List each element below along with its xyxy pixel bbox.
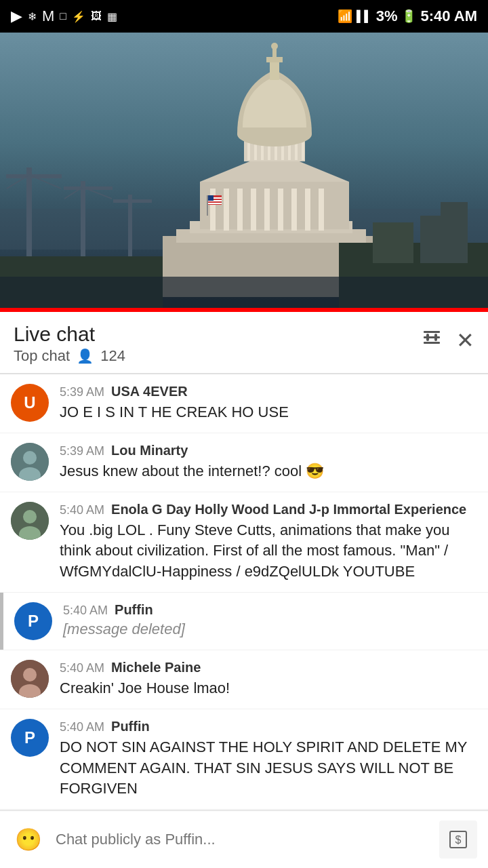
message-text: JO E I S IN T HE CREAK HO USE [60,402,474,423]
wifi-icon: 📶 [338,9,352,24]
svg-rect-23 [305,189,310,231]
grid-icon: ▦ [107,10,117,23]
svg-rect-22 [291,189,297,231]
chat-header-left: Live chat Top chat 👤 124 [14,323,125,365]
video-player[interactable] [0,33,488,308]
message-text: DO NOT SIN AGAINST THE HOLY SPIRIT AND D… [60,737,474,800]
chat-message-deleted: P 5:40 AM Puffin [message deleted] [0,593,488,650]
chat-input[interactable] [56,825,430,854]
message-text: Jesus knew about the internet!? cool 😎 [60,461,474,482]
message-meta: 5:40 AM Michele Paine [60,660,474,675]
message-time: 5:39 AM [60,385,104,399]
signal-icon: ▌▌ [357,10,372,22]
emoji-icon: 😶 [15,827,42,852]
message-text: Creakin' Joe House lmao! [60,678,474,699]
battery-icon: 🔋 [401,9,416,24]
message-meta: 5:39 AM USA 4EVER [60,384,474,399]
svg-point-59 [23,451,37,465]
message-author: Lou Minarty [111,443,188,458]
chat-message: 5:40 AM Enola G Day Holly Wood Land J-p … [0,492,488,593]
top-chat-row: Top chat 👤 124 [14,347,125,365]
svg-point-40 [271,43,278,50]
video-frame-svg [0,33,488,308]
message-text: You .big LOL . Funy Steve Cutts, animati… [60,520,474,583]
close-button[interactable]: ✕ [456,328,474,353]
avatar [11,660,49,698]
svg-rect-16 [210,189,216,231]
svg-rect-21 [278,189,283,231]
send-button[interactable]: $ [439,821,477,859]
svg-rect-2 [27,168,31,263]
message-time: 5:40 AM [60,720,104,734]
svg-rect-15 [200,182,349,229]
clock: 5:40 AM [420,7,477,25]
message-time: 5:40 AM [63,604,108,618]
avatar [11,502,49,540]
status-icons-right: 📶 ▌▌ 3% 🔋 5:40 AM [338,7,477,25]
top-chat-label[interactable]: Top chat [14,347,70,365]
chat-header: Live chat Top chat 👤 124 ✕ [0,312,488,374]
send-icon: $ [447,829,469,850]
sync-icon: ❄ [28,10,37,23]
viewer-count: 124 [100,347,125,365]
svg-rect-55 [426,334,429,341]
avatar: P [11,719,49,757]
message-author: Enola G Day Holly Wood Land J-p Immortal… [111,502,466,517]
message-time: 5:40 AM [60,661,104,675]
m-icon: M [42,7,54,25]
live-chat-title: Live chat [14,323,125,346]
svg-rect-56 [434,334,437,341]
message-body: 5:40 AM Puffin DO NOT SIN AGAINST THE HO… [60,719,474,800]
link-icon: ⚡ [72,10,85,23]
message-time: 5:40 AM [60,503,104,517]
svg-rect-10 [129,195,131,263]
message-author: Puffin [111,719,150,734]
svg-rect-46 [207,195,208,216]
svg-rect-51 [208,195,214,201]
chat-input-area: 😶 $ [0,810,488,868]
avatar: U [11,384,49,422]
battery-text: 3% [376,7,398,25]
video-scene [0,33,488,308]
message-author: USA 4EVER [111,384,188,399]
photo-icon: 🖼 [91,10,102,22]
chat-message: U 5:39 AM USA 4EVER JO E I S IN T HE CRE… [0,374,488,433]
message-body: 5:40 AM Michele Paine Creakin' Joe House… [60,660,474,699]
message-meta: 5:40 AM Enola G Day Holly Wood Land J-p … [60,502,474,517]
message-meta: 5:40 AM Puffin [60,719,474,734]
emoji-button[interactable]: 😶 [11,822,46,857]
message-author: Puffin [115,602,153,618]
filter-button[interactable] [421,327,443,353]
svg-rect-37 [270,60,279,80]
status-icons-left: ▶ ❄ M □ ⚡ 🖼 ▦ [11,7,117,25]
svg-text:$: $ [455,834,462,846]
svg-rect-18 [237,189,243,231]
svg-rect-52 [0,277,488,308]
svg-rect-24 [319,189,324,231]
avatar: P [14,602,52,640]
chat-header-actions: ✕ [421,327,474,353]
chat-messages-list: U 5:39 AM USA 4EVER JO E I S IN T HE CRE… [0,374,488,810]
message-text-deleted: [message deleted] [63,620,474,638]
message-meta: 5:39 AM Lou Minarty [60,443,474,458]
chat-message: 5:40 AM Michele Paine Creakin' Joe House… [0,650,488,709]
deleted-bar [0,593,3,650]
message-body: 5:40 AM Enola G Day Holly Wood Land J-p … [60,502,474,583]
svg-rect-6 [81,182,85,263]
svg-point-65 [23,668,37,682]
message-body: 5:39 AM Lou Minarty Jesus knew about the… [60,443,474,482]
youtube-icon: ▶ [11,7,22,25]
message-time: 5:39 AM [60,444,104,458]
svg-rect-50 [208,203,222,204]
message-meta: 5:40 AM Puffin [63,602,474,618]
svg-rect-20 [264,189,270,231]
svg-rect-57 [424,342,440,344]
svg-rect-54 [424,336,440,338]
viewers-icon: 👤 [77,348,94,364]
svg-rect-19 [251,189,256,231]
message-author: Michele Paine [111,660,201,675]
message-body: 5:40 AM Puffin [message deleted] [63,602,474,638]
svg-rect-53 [424,331,440,333]
filter-icon [421,327,443,349]
chat-message: P 5:40 AM Puffin DO NOT SIN AGAINST THE … [0,709,488,810]
